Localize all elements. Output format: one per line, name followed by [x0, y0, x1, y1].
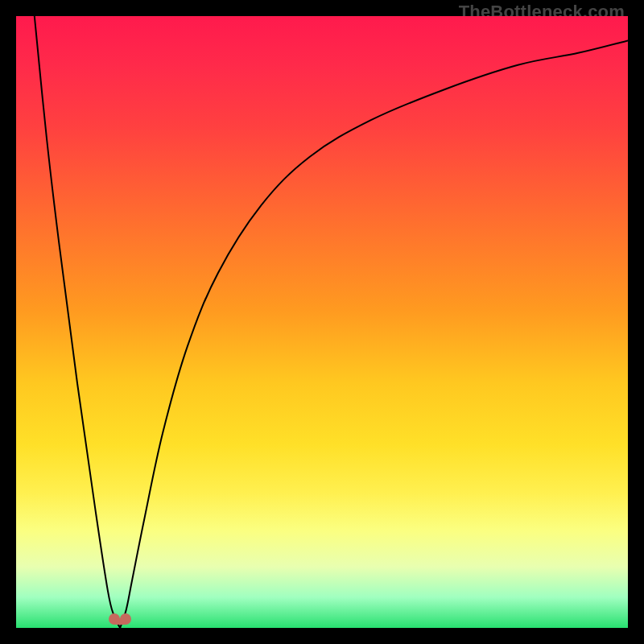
- chart-frame: TheBottleneck.com: [0, 0, 644, 644]
- curve-right: [120, 40, 628, 628]
- optimum-marker: [109, 610, 131, 625]
- plot-area: [16, 16, 628, 628]
- bottleneck-curve: [16, 16, 628, 628]
- optimum-marker-bridge: [114, 618, 126, 625]
- curve-left: [35, 16, 120, 628]
